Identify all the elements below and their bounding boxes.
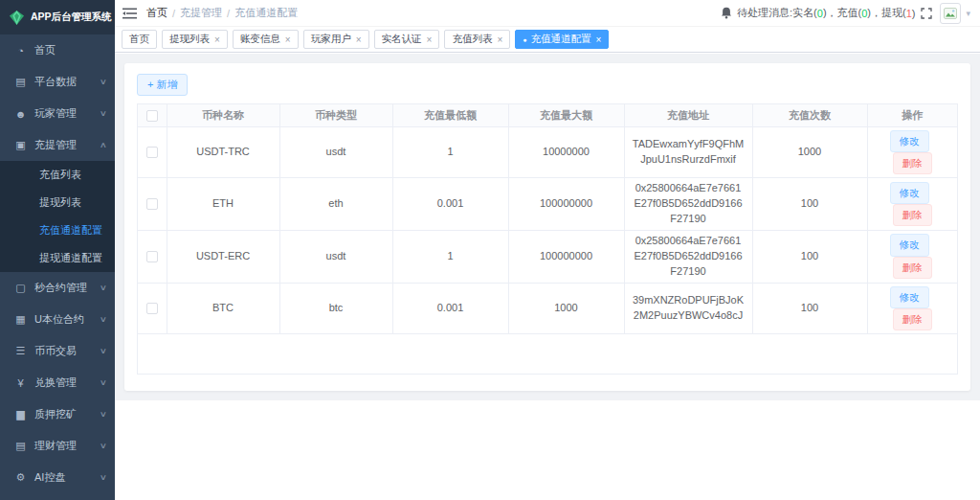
sidebar-item-seconds-contract[interactable]: ▢ 秒合约管理 ∨ [0,272,115,304]
row-checkbox[interactable] [146,303,158,314]
data-table: 币种名称 币种类型 充值最低额 充值最大额 充值地址 充值次数 操作 USDT [137,103,958,375]
sidebar-item-label: 平台数据 [34,75,100,89]
sidebar-item-ai-control[interactable]: ⚙ AI控盘 ∨ [0,462,115,493]
delete-button[interactable]: 删除 [893,204,932,226]
tab-deposit-list[interactable]: 充值列表 × [444,30,510,49]
table-row: BTC btc 0.001 1000 39mXNZRoDPUFjBJoK2M2P… [138,283,957,333]
bar-chart-icon: ▆ [13,408,28,420]
cell-min: 0.001 [392,177,508,230]
sidebar-item-home[interactable]: ◔ 首页 [0,34,115,66]
tab-bar: 首页 提现列表 × 账变信息 × 玩家用户 × 实名认证 × 充值列表 × ● … [115,27,980,53]
fullscreen-icon[interactable] [921,8,932,19]
chevron-down-icon: ∨ [100,442,107,450]
edit-button[interactable]: 修改 [890,286,929,308]
cell-coin-type: eth [279,177,392,230]
tab-realname-auth[interactable]: 实名认证 × [374,30,440,49]
breadcrumb-separator: / [172,8,175,19]
cell-max: 1000 [508,283,624,333]
select-all-checkbox[interactable] [146,110,158,122]
close-icon[interactable]: × [285,34,291,45]
sidebar-item-label: AI控盘 [34,470,100,485]
delete-button[interactable]: 删除 [893,152,932,174]
sidebar-item-label: 兑换管理 [34,375,100,390]
close-icon[interactable]: × [497,34,502,45]
tab-label: 实名认证 [382,33,422,46]
cell-max: 100000000 [508,177,624,230]
sidebar-item-label: 首页 [34,43,106,57]
tab-label: 充值列表 [452,33,492,46]
breadcrumb-home[interactable]: 首页 [146,6,167,20]
row-checkbox[interactable] [146,147,158,158]
sidebar-item-spot-trading[interactable]: ☰ 币币交易 ∨ [0,335,115,367]
topbar-right: 待处理消息: 实名( 0 )，充值( 0 )，提现( 1 ) ▾ [721,3,970,24]
sidebar-item-usdt-contract[interactable]: ▦ U本位合约 ∨ [0,304,115,335]
close-icon[interactable]: × [356,34,362,45]
delete-button[interactable]: 删除 [893,257,932,279]
table-row: USDT-ERC usdt 1 100000000 0x25800664aE7e… [138,230,957,283]
breadcrumb: 首页 / 充提管理 / 充值通道配置 [146,6,298,20]
cell-min: 1 [392,230,508,283]
chevron-down-icon[interactable]: ▾ [966,9,970,18]
column-header-min-deposit: 充值最低额 [392,104,508,126]
bell-icon[interactable] [721,7,732,19]
column-header-actions: 操作 [867,104,957,126]
document-icon: ▤ [13,440,28,452]
delete-button[interactable]: 删除 [893,308,932,330]
notice-label: 待处理消息: [737,6,792,20]
table-card: + 新增 币种名称 币种类型 充值最低额 充值最大额 [124,63,970,391]
sidebar-item-withdraw-channel-config[interactable]: 提现通道配置 [0,244,115,272]
sidebar-item-deposit-channel-config[interactable]: 充值通道配置 [0,216,115,244]
edit-button[interactable]: 修改 [890,130,929,152]
cell-coin-name: USDT-ERC [167,230,279,283]
sidebar-item-withdraw-list[interactable]: 提现列表 [0,189,115,216]
cell-coin-type: usdt [279,126,392,177]
notice-realname-label: 实名( [792,6,817,20]
sidebar-item-label: 理财管理 [34,439,100,453]
notice-label-end: ) [912,8,916,19]
tab-label: 首页 [129,33,149,46]
close-icon[interactable]: × [595,34,601,45]
chevron-down-icon: ∨ [100,315,107,324]
sidebar-item-exchange-mgmt[interactable]: ¥ 兑换管理 ∨ [0,367,115,398]
edit-button[interactable]: 修改 [890,234,929,256]
close-icon[interactable]: × [427,34,433,45]
main-area: 首页 / 充提管理 / 充值通道配置 待处理消息: 实名( 0 )，充值( 0 … [115,0,980,500]
sidebar-item-platform-data[interactable]: ▤ 平台数据 ∨ [0,66,115,98]
tab-home[interactable]: 首页 [122,30,157,49]
tab-label: 玩家用户 [311,33,351,46]
grid-icon: ▦ [13,313,28,326]
tab-player-users[interactable]: 玩家用户 × [303,30,369,49]
close-icon[interactable]: × [214,34,220,45]
tab-withdraw-list[interactable]: 提现列表 × [162,30,228,49]
tab-label: 提现列表 [169,33,210,46]
sidebar-item-staking-mining[interactable]: ▆ 质押挖矿 ∨ [0,398,115,430]
content-area: + 新增 币种名称 币种类型 充值最低额 充值最大额 [115,54,980,400]
collapse-sidebar-icon[interactable] [122,8,137,19]
sidebar-item-wealth-mgmt[interactable]: ▤ 理财管理 ∨ [0,430,115,462]
column-header-coin-type: 币种类型 [279,104,392,126]
column-header-address: 充值地址 [624,104,752,126]
column-header-max-deposit: 充值最大额 [508,104,624,126]
breadcrumb-separator: / [227,8,230,19]
cell-coin-name: BTC [167,283,279,333]
tab-deposit-channel-config[interactable]: ● 充值通道配置 × [515,30,609,49]
monitor-icon: ▢ [13,282,28,294]
cell-coin-name: USDT-TRC [167,126,279,177]
chevron-down-icon: ∨ [100,347,107,355]
row-checkbox[interactable] [146,198,158,210]
row-checkbox[interactable] [146,251,158,262]
avatar[interactable] [940,3,961,24]
app-title: APP后台管理系统 [31,11,112,24]
tab-account-changes[interactable]: 账变信息 × [233,30,299,49]
notice-deposit-label: )，充值( [823,6,861,20]
sidebar-item-player-mgmt[interactable]: ☻ 玩家管理 ∨ [0,98,115,129]
chevron-up-icon: ∧ [100,141,107,149]
chevron-down-icon: ∨ [100,109,107,118]
cell-min: 0.001 [392,283,508,333]
column-header-count: 充值次数 [752,104,867,126]
dashboard-icon: ◔ [13,45,28,57]
edit-button[interactable]: 修改 [890,182,929,204]
sidebar-item-deposit-withdraw-mgmt[interactable]: ▣ 充提管理 ∧ [0,129,115,161]
sidebar-item-deposit-list[interactable]: 充值列表 [0,161,115,189]
add-button[interactable]: + 新增 [137,74,188,96]
